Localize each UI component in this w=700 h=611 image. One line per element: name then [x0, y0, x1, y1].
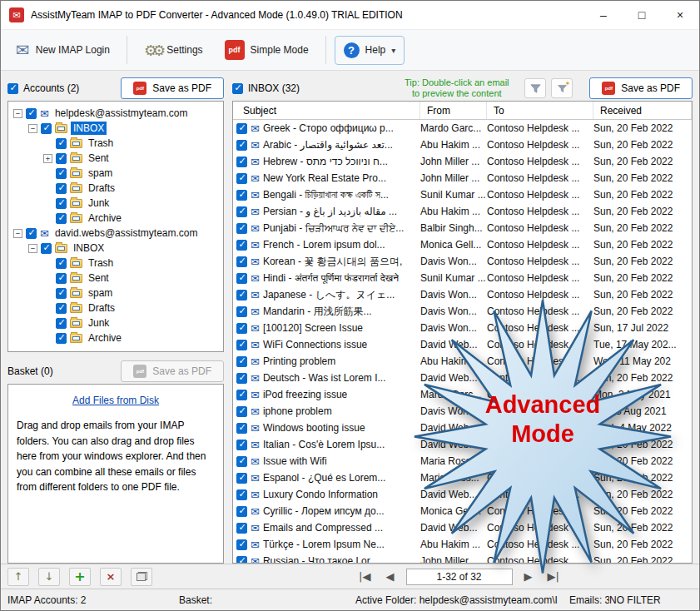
tree-item-label[interactable]: INBOX	[71, 122, 107, 135]
tree-item-label[interactable]: Trash	[86, 137, 116, 150]
email-checkbox[interactable]	[236, 539, 247, 550]
tree-item[interactable]: ✉ Junk	[10, 196, 221, 211]
close-button[interactable]: ×	[661, 1, 699, 29]
tree-checkbox[interactable]	[56, 288, 67, 299]
email-row[interactable]: ✉ Espanol - ¿Qué es Lorem... Maria Ross.…	[233, 469, 692, 486]
tree-item[interactable]: − ✉ david.webs@assistmyteam.com	[10, 226, 221, 241]
help-button[interactable]: ? Help ▾	[335, 36, 405, 65]
email-row[interactable]: ✉ Korean - 꽃 황금시대의 품으며, Davis Won... Con…	[233, 253, 692, 270]
tree-item[interactable]: ✉ Sent	[10, 271, 221, 286]
email-row[interactable]: ✉ New York Real Estate Pro... John Mille…	[233, 170, 692, 186]
tree-checkbox[interactable]	[41, 243, 52, 254]
tree-item[interactable]: ✉ Trash	[10, 136, 221, 151]
tree-item-label[interactable]: Drafts	[86, 301, 117, 315]
column-header-from[interactable]: From	[420, 102, 487, 119]
tree-item-label[interactable]: Archive	[86, 331, 124, 345]
email-row[interactable]: ✉ Mandarin - 用浅所筋果... Davis Won... Conto…	[233, 303, 692, 320]
email-checkbox[interactable]	[236, 506, 247, 517]
settings-button[interactable]: ⚙⚙ Settings	[136, 36, 211, 65]
email-checkbox[interactable]	[236, 173, 247, 184]
tree-item[interactable]: − ✉ INBOX	[10, 121, 221, 136]
tree-checkbox[interactable]	[56, 303, 67, 314]
email-checkbox[interactable]	[236, 240, 247, 251]
tree-item[interactable]: ✉ Drafts	[10, 181, 221, 196]
email-row[interactable]: ✉ Hindi - अंतर्गत पूर्णिमा फंडरागर्ता दे…	[233, 270, 692, 286]
tree-checkbox[interactable]	[26, 108, 37, 119]
last-page-button[interactable]: ▶|	[544, 569, 563, 584]
tree-checkbox[interactable]	[56, 318, 67, 329]
tree-checkbox[interactable]	[56, 138, 67, 149]
email-row[interactable]: ✉ Persian - مقاله بازدید از باغ و ... Ab…	[233, 203, 692, 220]
expander-icon[interactable]: −	[13, 229, 22, 238]
email-row[interactable]: ✉ Issue with Wifi Maria Ross... Contoso …	[233, 453, 692, 469]
tree-item[interactable]: ✉ Archive	[10, 211, 221, 226]
tree-item[interactable]: ✉ spam	[10, 166, 221, 181]
email-checkbox[interactable]	[236, 473, 247, 484]
email-row[interactable]: ✉ Türkçe - Lorem Ipsum Ne... Abu Hakim .…	[233, 536, 692, 553]
expander-icon[interactable]: −	[28, 124, 37, 133]
email-row[interactable]: ✉ [100120] Screen Issue Davis Won... Con…	[233, 320, 692, 336]
tree-item[interactable]: ✉ Drafts	[10, 301, 221, 315]
email-checkbox[interactable]	[236, 523, 247, 534]
email-row[interactable]: ✉ Japanese - しへす。ヌイェ... Davis Won... Con…	[233, 286, 692, 303]
inbox-checkbox[interactable]	[232, 83, 243, 94]
tree-item-label[interactable]: Junk	[86, 316, 112, 330]
tree-item-label[interactable]: Sent	[86, 271, 112, 285]
inbox-save-as-pdf-button[interactable]: pdf Save as PDF	[589, 77, 693, 99]
tree-checkbox[interactable]	[56, 258, 67, 269]
email-checkbox[interactable]	[236, 306, 247, 317]
simple-mode-button[interactable]: pdf Simple Mode	[216, 34, 317, 66]
tree-item[interactable]: ✉ spam	[10, 286, 221, 301]
email-checkbox[interactable]	[236, 290, 247, 301]
email-checkbox[interactable]	[236, 206, 247, 217]
tree-item-label[interactable]: Sent	[86, 152, 112, 165]
email-checkbox[interactable]	[236, 440, 247, 450]
email-row[interactable]: ✉ Luxury Condo Information David Web... …	[233, 486, 692, 503]
email-checkbox[interactable]	[236, 256, 247, 267]
tree-checkbox[interactable]	[56, 213, 67, 224]
accounts-checkbox[interactable]	[7, 83, 18, 94]
email-checkbox[interactable]	[236, 489, 247, 500]
email-checkbox[interactable]	[236, 273, 247, 284]
minimize-button[interactable]: –	[584, 1, 623, 29]
previous-page-button[interactable]: ◀	[383, 569, 398, 584]
tree-checkbox[interactable]	[26, 228, 37, 239]
tree-item-label[interactable]: Drafts	[86, 181, 117, 195]
email-row[interactable]: ✉ Bengali - চিড়িয়াখানা কক্ষ একটি স... …	[233, 186, 692, 203]
email-row[interactable]: ✉ Deutsch - Was ist Lorem I... David Web…	[233, 370, 692, 386]
email-checkbox[interactable]	[236, 556, 247, 564]
move-down-button[interactable]: ↓	[38, 568, 60, 586]
maximize-button[interactable]: □	[623, 1, 661, 29]
email-row[interactable]: ✉ iphone problem Davis Won... Contoso He…	[233, 403, 692, 420]
tree-checkbox[interactable]	[56, 333, 67, 344]
accounts-save-as-pdf-button[interactable]: pdf Save as PDF	[121, 77, 224, 99]
email-row[interactable]: ✉ Hebrew - ח וניווכל כדי מתס... John Mil…	[233, 153, 692, 170]
basket-save-as-pdf-button[interactable]: pdf Save as PDF	[121, 360, 224, 382]
tree-item[interactable]: + ✉ Sent	[10, 151, 221, 166]
tree-item-label[interactable]: INBOX	[71, 241, 107, 255]
add-files-from-disk-link[interactable]: Add Files from Disk	[17, 395, 215, 406]
tree-checkbox[interactable]	[56, 168, 67, 179]
email-row[interactable]: ✉ Greek - Сторо оффициω р... Mardo Garc.…	[233, 120, 692, 137]
basket-dropzone[interactable]: Add Files from Disk Drag and drop emails…	[7, 384, 224, 564]
first-page-button[interactable]: |◀	[355, 569, 374, 584]
tree-item-label[interactable]: spam	[86, 166, 115, 180]
column-header-to[interactable]: To	[487, 102, 593, 119]
tree-item[interactable]: − ✉ INBOX	[10, 241, 221, 256]
tree-checkbox[interactable]	[41, 123, 52, 134]
email-checkbox[interactable]	[236, 340, 247, 350]
move-up-button[interactable]: ↑	[7, 568, 29, 586]
tree-item-label[interactable]: helpdesk@assistmyteam.com	[52, 107, 191, 120]
email-checkbox[interactable]	[236, 223, 247, 234]
email-row[interactable]: ✉ Emails and Compressed ... David Web...…	[233, 519, 692, 536]
email-checkbox[interactable]	[236, 190, 247, 201]
tree-item[interactable]: − ✉ helpdesk@assistmyteam.com	[10, 106, 221, 121]
email-row[interactable]: ✉ Russian - Что такое Lor... John Miller…	[233, 553, 692, 563]
tree-checkbox[interactable]	[56, 273, 67, 284]
filter-button[interactable]	[524, 78, 546, 98]
email-checkbox[interactable]	[236, 456, 247, 467]
email-row[interactable]: ✉ WiFi Connections issue David Web... Co…	[233, 336, 692, 353]
tree-item-label[interactable]: Trash	[86, 256, 116, 270]
tree-item-label[interactable]: david.webs@assistmyteam.com	[52, 226, 201, 240]
email-row[interactable]: ✉ Cyrillic - Лорем ипсум до... Monica Ge…	[233, 503, 692, 519]
